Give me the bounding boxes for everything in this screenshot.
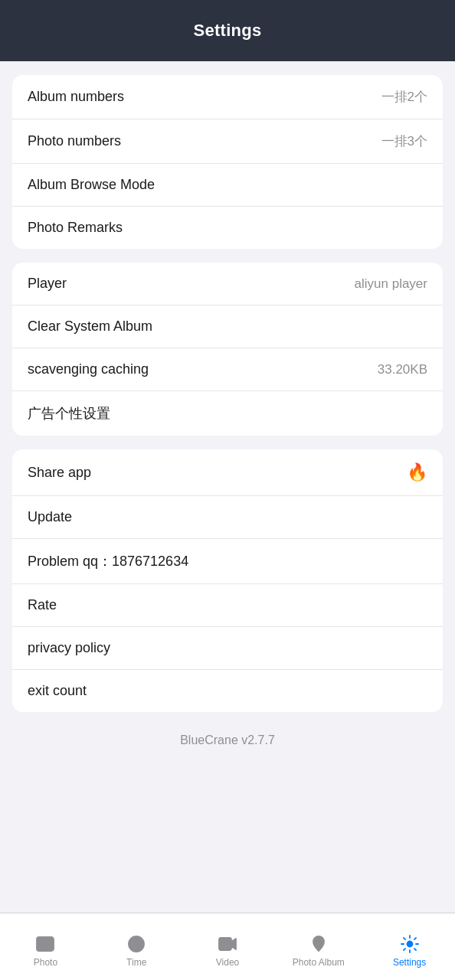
share-app-row[interactable]: Share app 🔥: [12, 449, 443, 496]
exit-count-row[interactable]: exit count: [12, 670, 443, 712]
clear-system-album-label: Clear System Album: [28, 318, 152, 335]
version-text: BlueCrane v2.7.7: [12, 726, 443, 753]
player-row[interactable]: Player aliyun player: [12, 263, 443, 305]
update-row[interactable]: Update: [12, 496, 443, 539]
settings-content: Album numbers 一排2个 Photo numbers 一排3个 Al…: [0, 61, 455, 913]
player-section: Player aliyun player Clear System Album …: [12, 263, 443, 436]
photo-numbers-row[interactable]: Photo numbers 一排3个: [12, 119, 443, 164]
tab-settings-label: Settings: [393, 957, 426, 968]
time-icon: [126, 934, 146, 954]
photo-remarks-label: Photo Remarks: [28, 220, 123, 236]
display-section: Album numbers 一排2个 Photo numbers 一排3个 Al…: [12, 75, 443, 249]
tab-photo[interactable]: Photo: [0, 926, 91, 968]
album-numbers-value: 一排2个: [381, 88, 427, 106]
tab-time-label: Time: [126, 957, 146, 968]
tab-time[interactable]: Time: [91, 926, 182, 968]
tab-photo-album[interactable]: Photo Album: [273, 926, 364, 968]
settings-icon: [400, 934, 420, 954]
svg-point-1: [40, 940, 43, 943]
tab-video[interactable]: Video: [182, 926, 273, 968]
photo-album-icon: [309, 934, 329, 954]
app-header: Settings: [0, 0, 455, 61]
photo-remarks-row[interactable]: Photo Remarks: [12, 207, 443, 249]
player-label: Player: [28, 276, 67, 292]
scavenging-caching-label: scavenging caching: [28, 361, 149, 377]
tab-photo-label: Photo: [34, 957, 57, 968]
photo-numbers-label: Photo numbers: [28, 133, 121, 149]
update-label: Update: [28, 509, 72, 525]
tab-photo-album-label: Photo Album: [293, 957, 345, 968]
rate-row[interactable]: Rate: [12, 584, 443, 627]
page-title: Settings: [193, 21, 261, 41]
problem-qq-row[interactable]: Problem qq：1876712634: [12, 539, 443, 584]
privacy-policy-row[interactable]: privacy policy: [12, 627, 443, 670]
problem-qq-label: Problem qq：1876712634: [28, 552, 188, 570]
ad-settings-row[interactable]: 广告个性设置: [12, 391, 443, 436]
clear-system-album-row[interactable]: Clear System Album: [12, 305, 443, 348]
album-browse-mode-label: Album Browse Mode: [28, 177, 155, 193]
fire-icon: 🔥: [407, 462, 427, 482]
exit-count-label: exit count: [28, 683, 87, 699]
scavenging-caching-value: 33.20KB: [378, 362, 427, 377]
photo-icon: [35, 934, 55, 954]
svg-point-4: [316, 939, 321, 944]
album-browse-mode-row[interactable]: Album Browse Mode: [12, 164, 443, 207]
svg-rect-3: [219, 938, 231, 950]
tab-settings[interactable]: Settings: [364, 926, 455, 968]
ad-settings-label: 广告个性设置: [28, 404, 110, 423]
svg-point-5: [407, 941, 412, 946]
player-value: aliyun player: [355, 276, 427, 292]
app-section: Share app 🔥 Update Problem qq：1876712634…: [12, 449, 443, 712]
share-app-label: Share app: [28, 465, 91, 481]
scavenging-caching-row[interactable]: scavenging caching 33.20KB: [12, 348, 443, 391]
rate-label: Rate: [28, 597, 57, 613]
privacy-policy-label: privacy policy: [28, 640, 110, 656]
photo-numbers-value: 一排3个: [381, 132, 427, 150]
video-icon: [218, 934, 237, 954]
svg-rect-0: [37, 937, 54, 951]
tab-bar: Photo Time Video Photo Album Settings: [0, 913, 455, 980]
tab-video-label: Video: [216, 957, 239, 968]
album-numbers-row[interactable]: Album numbers 一排2个: [12, 75, 443, 119]
album-numbers-label: Album numbers: [28, 89, 124, 105]
